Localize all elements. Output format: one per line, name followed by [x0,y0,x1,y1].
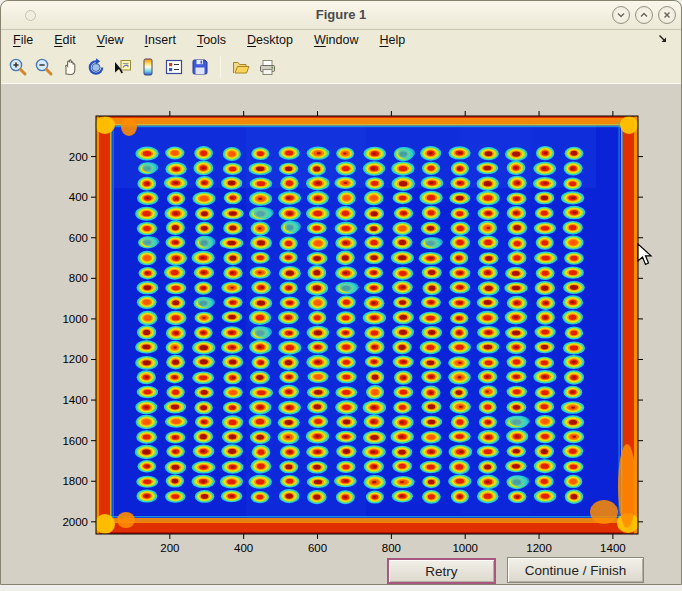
svg-text:1000: 1000 [452,542,478,554]
close-button[interactable] [658,6,676,24]
chevron-down-icon [615,9,627,21]
svg-text:1000: 1000 [62,313,88,325]
window-title: Figure 1 [1,7,681,22]
svg-text:1800: 1800 [62,475,88,487]
shade-button[interactable] [612,6,630,24]
svg-text:400: 400 [234,542,253,554]
figure-window: Figure 1 FileEditViewInsertToolsDesktopW… [0,0,682,585]
figure-toolbar [1,50,681,84]
svg-text:600: 600 [308,542,327,554]
pan-icon[interactable] [58,55,82,79]
menu-desktop[interactable]: Desktop [247,33,293,47]
svg-text:800: 800 [69,272,88,284]
open-icon[interactable] [229,55,253,79]
svg-text:1200: 1200 [62,353,88,365]
menu-bar: FileEditViewInsertToolsDesktopWindowHelp [1,30,681,50]
window-controls [612,6,676,24]
close-icon [661,9,673,21]
save-icon[interactable] [188,55,212,79]
rotate-3d-icon[interactable] [84,55,108,79]
svg-text:1400: 1400 [62,394,88,406]
svg-text:600: 600 [69,232,88,244]
figure-canvas: 2004006008001000120014002004006008001000… [1,85,682,585]
menu-tools[interactable]: Tools [197,33,226,47]
plate-image[interactable]: 2004006008001000120014002004006008001000… [1,85,682,585]
menu-window[interactable]: Window [314,33,358,47]
continue-finish-button[interactable]: Continue / Finish [507,557,644,583]
titlebar[interactable]: Figure 1 [1,1,681,30]
retry-button[interactable]: Retry [387,558,496,584]
menu-insert[interactable]: Insert [145,33,176,47]
undock-arrow-icon[interactable] [657,33,669,48]
menu-view[interactable]: View [97,33,124,47]
zoom-in-icon[interactable] [6,55,30,79]
svg-text:1400: 1400 [600,542,626,554]
menu-edit[interactable]: Edit [54,33,76,47]
svg-text:400: 400 [69,191,88,203]
insert-legend-icon[interactable] [162,55,186,79]
chevron-up-icon [638,9,650,21]
toolbar-separator [220,56,221,78]
zoom-out-icon[interactable] [32,55,56,79]
svg-text:1200: 1200 [526,542,552,554]
svg-text:200: 200 [160,542,179,554]
data-cursor-icon[interactable] [110,55,134,79]
svg-text:1600: 1600 [62,435,88,447]
svg-text:2000: 2000 [62,516,88,528]
print-icon[interactable] [255,55,279,79]
maximize-button[interactable] [635,6,653,24]
svg-text:800: 800 [382,542,401,554]
svg-text:200: 200 [69,151,88,163]
menu-help[interactable]: Help [379,33,405,47]
colorbar-icon[interactable] [136,55,160,79]
menu-file[interactable]: File [13,33,33,47]
